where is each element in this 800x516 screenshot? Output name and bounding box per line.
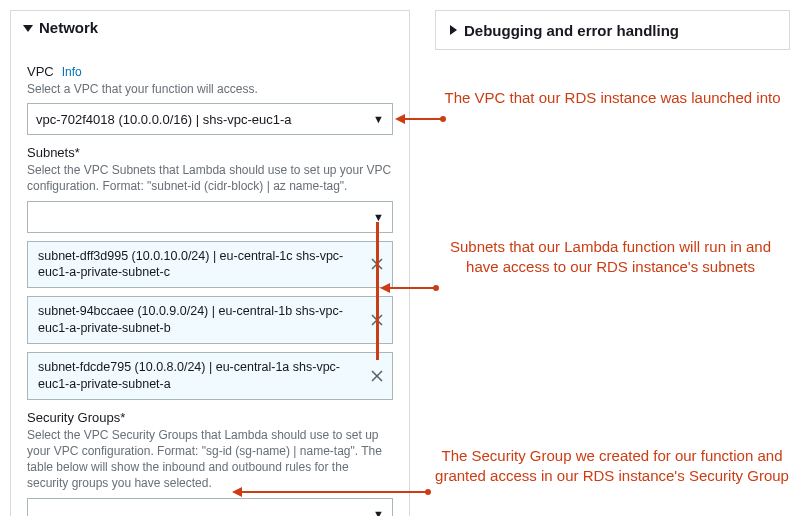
svg-marker-9 <box>450 25 457 35</box>
vpc-label: VPC <box>27 64 54 79</box>
svg-point-18 <box>425 489 431 495</box>
close-icon[interactable] <box>368 367 386 385</box>
debugging-panel-title: Debugging and error handling <box>464 22 679 39</box>
subnet-tag: subnet-fdcde795 (10.0.8.0/24) | eu-centr… <box>27 352 393 400</box>
network-panel: Network VPC Info Select a VPC that your … <box>10 10 410 516</box>
vpc-select[interactable]: vpc-702f4018 (10.0.0.0/16) | shs-vpc-euc… <box>27 103 393 135</box>
bracket-icon <box>376 222 379 360</box>
security-groups-field: Security Groups* Select the VPC Security… <box>27 410 393 516</box>
chevron-down-icon: ▼ <box>373 211 384 223</box>
svg-marker-0 <box>23 25 33 32</box>
vpc-field: VPC Info Select a VPC that your function… <box>27 64 393 135</box>
vpc-help: Select a VPC that your function will acc… <box>27 81 393 97</box>
subnet-tag: subnet-94bccaee (10.0.9.0/24) | eu-centr… <box>27 296 393 344</box>
subnets-label: Subnets* <box>27 145 393 160</box>
subnet-tag-label: subnet-fdcde795 (10.0.8.0/24) | eu-centr… <box>38 360 340 391</box>
debugging-panel-header[interactable]: Debugging and error handling <box>436 22 789 39</box>
security-groups-select[interactable]: ▼ <box>27 498 393 516</box>
debugging-panel: Debugging and error handling <box>435 10 790 50</box>
subnet-tag-label: subnet-94bccaee (10.0.9.0/24) | eu-centr… <box>38 304 343 335</box>
security-groups-label: Security Groups* <box>27 410 393 425</box>
chevron-down-icon: ▼ <box>373 508 384 516</box>
subnets-help: Select the VPC Subnets that Lambda shoul… <box>27 162 393 194</box>
subnets-tag-list: subnet-dff3d995 (10.0.10.0/24) | eu-cent… <box>27 241 393 400</box>
network-panel-title: Network <box>39 19 98 36</box>
subnets-select[interactable]: ▼ <box>27 201 393 233</box>
subnet-tag: subnet-dff3d995 (10.0.10.0/24) | eu-cent… <box>27 241 393 289</box>
caret-right-icon <box>448 25 458 35</box>
security-groups-help: Select the VPC Security Groups that Lamb… <box>27 427 393 492</box>
subnets-field: Subnets* Select the VPC Subnets that Lam… <box>27 145 393 400</box>
network-panel-header[interactable]: Network <box>11 11 409 44</box>
vpc-info-link[interactable]: Info <box>62 65 82 79</box>
subnet-tag-label: subnet-dff3d995 (10.0.10.0/24) | eu-cent… <box>38 249 343 280</box>
vpc-select-value: vpc-702f4018 (10.0.0.0/16) | shs-vpc-euc… <box>36 112 292 127</box>
caret-down-icon <box>23 23 33 33</box>
chevron-down-icon: ▼ <box>373 113 384 125</box>
